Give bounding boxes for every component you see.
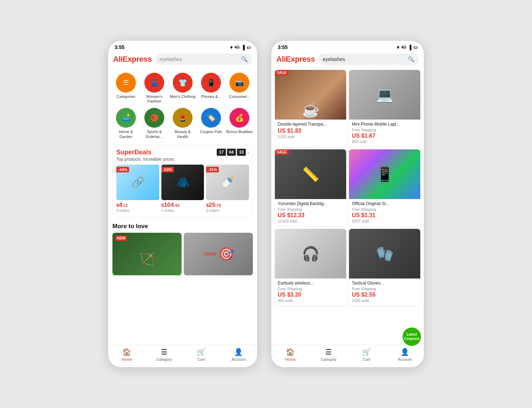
search-text-right: eyelashes <box>323 56 406 62</box>
timer-area: 17 04 33 › <box>217 149 249 156</box>
search-bar-left[interactable]: eyelashes 🔍 <box>155 54 252 65</box>
nav-account-right[interactable]: 👤 Account <box>386 348 424 362</box>
coupons-badge[interactable]: Latest Coupons <box>403 327 421 346</box>
result-info-1: Double-layered Transpa... US $1.83 1210 … <box>275 120 346 142</box>
cat-label-bonus: Bonus Buddies <box>226 129 253 134</box>
cat-label-beauty: Beauty & Health <box>169 129 196 139</box>
deal-card-3[interactable]: -31% 🍼 $25.79 0 orders <box>206 165 249 213</box>
result-price-4: US $1.31 <box>352 212 417 219</box>
result-card-5[interactable]: 🎧 Earbuds wireless... Free Shipping US $… <box>275 229 346 305</box>
result-image-2: 💻 <box>349 70 420 120</box>
cat-label-mens: Men's Clothing <box>170 94 195 99</box>
cat-item-coupon-pals[interactable]: 🏷️ Coupon Pals <box>197 106 225 141</box>
result-image-1: SALE ☕ <box>275 70 346 120</box>
nav-home-left[interactable]: 🏠 Home <box>108 348 145 362</box>
discount-badge-2: -53% <box>161 167 174 172</box>
status-bar-right: 3:55 ▾ 4G ▐ ▭ <box>271 41 424 51</box>
cat-icon-sports: 🏀 <box>144 108 164 128</box>
deals-row: -44% 🔗 $4.12 0 orders -53% 🧥 $104.44 1 o… <box>116 165 249 213</box>
result-info-4: Official Original Si... Free Shipping US… <box>349 199 420 226</box>
nav-cart-right[interactable]: 🛒 Cart <box>348 348 386 362</box>
cat-item-womens[interactable]: 👗 Women's Fashion <box>140 71 168 106</box>
signal-icon: 4G <box>234 45 240 49</box>
search-bar-right[interactable]: eyelashes 🔍 <box>318 54 419 65</box>
home-icon-right: 🏠 <box>286 348 295 356</box>
cat-item-sports[interactable]: 🏀 Sports & Entertai... <box>140 106 168 141</box>
cat-item-beauty[interactable]: 💄 Beauty & Health <box>168 106 197 141</box>
free-shipping-4: Free Shipping <box>352 207 417 211</box>
cat-item-phones[interactable]: 📱 Phones &... <box>197 71 225 106</box>
result-card-1[interactable]: SALE ☕ Double-layered Transpa... US $1.8… <box>275 70 346 147</box>
wifi-icon: ▾ <box>230 45 233 50</box>
nav-account-left[interactable]: 👤 Account <box>220 348 257 362</box>
search-icon-left[interactable]: 🔍 <box>241 56 248 62</box>
result-price-2: US $1.67 <box>352 133 417 139</box>
cat-icon-consumer: 📷 <box>229 73 249 93</box>
result-sold-1: 1210 sold <box>278 134 343 139</box>
status-icons-left: ▾ 4G ▐ ▭ <box>230 45 251 50</box>
result-title-1: Double-layered Transpa... <box>278 122 343 127</box>
cat-icon-coupon-pals: 🏷️ <box>201 108 221 128</box>
cat-label-consumer: Consumer... <box>229 94 250 99</box>
nav-account-label-left: Account <box>232 357 246 362</box>
cat-icon-mens: 👕 <box>173 73 193 93</box>
signal-icon-right: 4G <box>401 45 406 49</box>
result-title-2: Mini Phone Mobile Lapt... <box>352 122 417 127</box>
deal-price-3: $25.79 <box>206 202 221 209</box>
cat-item-home[interactable]: 🛋️ Home & Garden <box>112 106 140 141</box>
result-info-6: Tactical Gloves... Free Shipping US $2.5… <box>349 279 420 305</box>
nav-home-right[interactable]: 🏠 Home <box>271 348 310 362</box>
result-price-6: US $2.55 <box>352 292 417 298</box>
result-image-4: 📱 <box>349 149 420 199</box>
cat-item-categories[interactable]: ☰ Categories <box>112 71 140 106</box>
nav-category-right[interactable]: ☰ Category <box>310 348 348 362</box>
nav-cart-label-right: Cart <box>363 357 370 362</box>
result-title-4: Official Original Si... <box>352 201 417 206</box>
cat-label-home: Home & Garden <box>112 129 139 139</box>
battery-icon: ▭ <box>246 45 251 50</box>
deal-price-2: $104.44 <box>161 202 179 209</box>
nav-home-label-left: Home <box>122 357 132 362</box>
free-shipping-3: Free Shipping <box>278 207 343 211</box>
search-icon-right[interactable]: 🔍 <box>408 56 415 62</box>
cart-icon-right: 🛒 <box>362 348 371 356</box>
nav-cart-left[interactable]: 🛒 Cart <box>183 348 220 362</box>
bottom-nav-left: 🏠 Home ☰ Category 🛒 Cart 👤 Account <box>108 344 257 367</box>
cat-item-consumer[interactable]: 📷 Consumer... <box>225 71 254 106</box>
categories-grid: ☰ Categories 👗 Women's Fashion 👕 Men's C… <box>108 68 257 141</box>
account-icon-right: 👤 <box>400 348 409 356</box>
result-price-5: US $3.20 <box>278 292 343 298</box>
super-deals-section: SuperDeals 17 04 33 › Top products. Incr… <box>112 145 253 216</box>
app-header-left: AliExpress eyelashes 🔍 <box>108 51 257 68</box>
account-icon-left: 👤 <box>234 348 243 356</box>
chevron-right-icon[interactable]: › <box>247 149 249 155</box>
result-card-3[interactable]: SALE 📏 Yunombo Digital Backlig... Free S… <box>275 149 346 226</box>
cat-icon-beauty: 💄 <box>173 108 193 128</box>
deal-card-1[interactable]: -44% 🔗 $4.12 0 orders <box>116 165 159 213</box>
time-right: 3:55 <box>278 44 288 50</box>
deal-image-1: -44% 🔗 <box>116 165 159 200</box>
result-card-4[interactable]: 📱 Official Original Si... Free Shipping … <box>349 149 420 226</box>
cat-item-bonus[interactable]: 💰 Bonus Buddies <box>225 106 254 141</box>
result-price-3: US $12.33 <box>278 212 343 219</box>
product-card-2[interactable]: CDRIC 🎯 <box>184 233 253 275</box>
result-sold-6: 2100 sold <box>352 298 417 303</box>
result-card-6[interactable]: 🧤 Tactical Gloves... Free Shipping US $2… <box>349 229 420 305</box>
result-image-5: 🎧 <box>275 229 346 279</box>
cat-icon-womens: 👗 <box>144 73 164 93</box>
deal-orders-2: 1 orders <box>161 209 174 213</box>
results-scroll: SALE ☕ Double-layered Transpa... US $1.8… <box>271 68 424 348</box>
sale-badge-3: SALE <box>275 149 289 155</box>
deal-card-2[interactable]: -53% 🧥 $104.44 1 orders <box>161 165 204 213</box>
search-text-left: eyelashes <box>160 56 239 62</box>
result-sold-5: 890 sold <box>278 298 343 303</box>
cat-label-coupon-pals: Coupon Pals <box>200 129 222 134</box>
super-deals-title: SuperDeals <box>116 149 151 156</box>
timer-boxes: 17 04 33 <box>217 149 246 156</box>
deal-image-2: -53% 🧥 <box>161 165 204 200</box>
product-card-1[interactable]: NEW 🏹 <box>112 233 182 275</box>
result-card-2[interactable]: 💻 Mini Phone Mobile Lapt... Free Shippin… <box>349 70 420 147</box>
free-shipping-5: Free Shipping <box>278 287 343 291</box>
cat-item-mens[interactable]: 👕 Men's Clothing <box>168 71 197 106</box>
nav-category-left[interactable]: ☰ Category <box>145 348 183 362</box>
